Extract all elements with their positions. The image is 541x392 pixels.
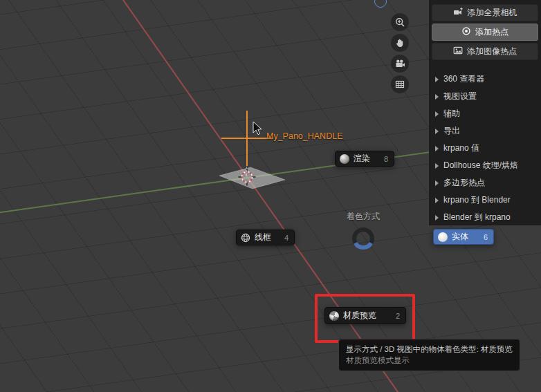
pie-item-label: 渲染: [354, 153, 370, 165]
section-view-settings[interactable]: 视图设置: [429, 88, 541, 105]
section-export[interactable]: 导出: [429, 122, 541, 140]
add-panorama-camera-button[interactable]: 添加全景相机: [432, 4, 538, 21]
section-label: 导出: [443, 125, 460, 137]
section-label: Blender 到 krpano: [443, 212, 511, 223]
hotspot-target-icon: [461, 26, 471, 38]
chevron-right-icon: [435, 180, 439, 186]
grid-ortho-icon: [395, 80, 405, 89]
chevron-right-icon: [435, 215, 439, 221]
section-label: 视图设置: [443, 91, 477, 102]
section-auxiliary[interactable]: 辅助: [429, 105, 541, 122]
section-krpano-values[interactable]: krpano 值: [429, 140, 541, 157]
pie-item-shortcut: 6: [477, 233, 488, 241]
nav-gizmo-partial-circle[interactable]: [374, 0, 387, 8]
section-label: 360 查看器: [443, 73, 484, 85]
camera-view-button[interactable]: [391, 55, 409, 73]
chevron-right-icon: [435, 198, 439, 203]
section-blender-to-krpano[interactable]: Blender 到 krpano: [429, 209, 541, 226]
red-annotation-box: [315, 294, 415, 343]
viewport-nav-toolbar: [391, 13, 409, 93]
pie-item-label: 线框: [255, 232, 271, 243]
section-dollhouse-texture-bake[interactable]: Dollhouse 纹理/烘焙: [429, 157, 541, 174]
solid-sphere-icon: [438, 232, 448, 242]
sidebar-button-label: 添加图像热点: [467, 46, 517, 57]
pan-button[interactable]: [391, 34, 409, 52]
sidebar-panel: 添加全景相机 添加热点 添加图像热点 360 查看器 视图设置 辅助: [429, 0, 541, 225]
pie-item-solid[interactable]: 实体 6: [433, 229, 494, 245]
tooltip: 显示方式 / 3D 视图中的物体着色类型: 材质预览 材质预览模式显示: [338, 339, 520, 371]
add-hotspot-button[interactable]: 添加热点: [432, 24, 538, 41]
section-label: Dollhouse 纹理/烘焙: [443, 160, 518, 171]
section-krpano-to-blender[interactable]: krpano 到 Blender: [429, 192, 541, 209]
tooltip-line1: 显示方式 / 3D 视图中的物体着色类型: 材质预览: [346, 344, 513, 355]
tooltip-line2: 材质预览模式显示: [346, 355, 513, 366]
chevron-right-icon: [435, 129, 439, 134]
zoom-in-icon: [395, 17, 405, 28]
pie-item-wireframe[interactable]: 线框 4: [236, 230, 295, 245]
pie-item-shortcut: 4: [277, 234, 288, 242]
chevron-right-icon: [435, 163, 439, 169]
hand-pan-icon: [395, 38, 405, 48]
object-name-label: My_Pano_HANDLE: [266, 131, 342, 141]
sidebar-button-label: 添加热点: [475, 26, 508, 38]
section-label: 多边形热点: [443, 177, 485, 189]
chevron-right-icon: [435, 94, 439, 100]
chevron-right-icon: [435, 146, 439, 151]
rendered-sphere-icon: [340, 154, 349, 164]
mouse-cursor-icon: [253, 121, 264, 136]
3d-cursor: [238, 168, 256, 186]
pie-item-shortcut: 8: [377, 155, 388, 163]
grid-ortho-button[interactable]: [391, 75, 409, 93]
section-polygon-hotspot[interactable]: 多边形热点: [429, 174, 541, 192]
zoom-button[interactable]: [391, 13, 409, 31]
sidebar-button-label: 添加全景相机: [468, 7, 517, 19]
panel-spacer: [429, 62, 541, 71]
section-label: 辅助: [443, 108, 460, 120]
add-image-hotspot-button[interactable]: 添加图像热点: [432, 43, 538, 60]
panorama-camera-icon: [453, 7, 464, 19]
pie-item-rendered[interactable]: 渲染 8: [335, 151, 394, 167]
pie-menu-direction-indicator: [351, 226, 376, 254]
section-label: krpano 值: [443, 142, 479, 154]
pie-item-label: 实体: [452, 231, 468, 243]
chevron-right-icon: [435, 77, 439, 82]
gizmo-axis-horizontal[interactable]: [221, 138, 273, 139]
section-360-viewer[interactable]: 360 查看器: [429, 71, 541, 88]
wireframe-sphere-icon: [241, 233, 250, 243]
camera-view-icon: [395, 59, 405, 69]
chevron-right-icon: [435, 111, 439, 117]
pie-menu-title: 着色方式: [325, 211, 401, 223]
section-label: krpano 到 Blender: [443, 194, 511, 206]
blender-window: My_Pano_HANDLE 着色方式 渲染 8 线框 4 实体: [0, 0, 541, 392]
image-hotspot-icon: [453, 46, 463, 57]
